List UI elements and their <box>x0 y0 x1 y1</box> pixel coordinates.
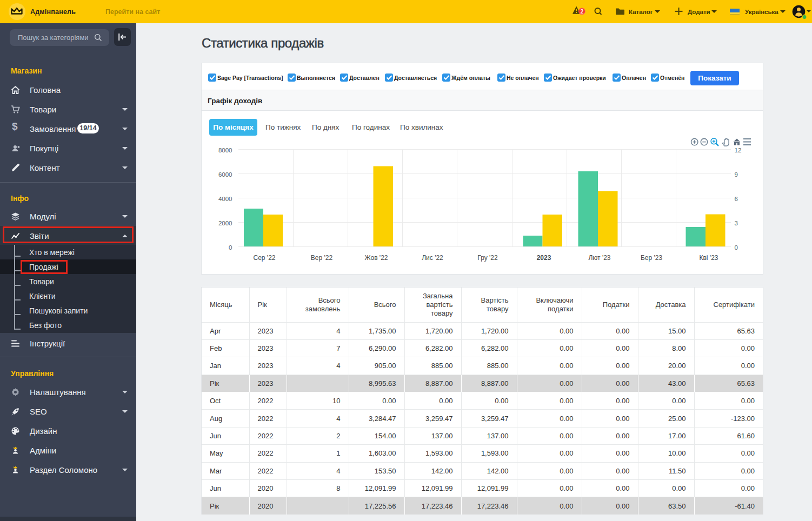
svg-text:9: 9 <box>735 171 738 178</box>
svg-text:Гру '22: Гру '22 <box>477 254 498 262</box>
svg-text:Вер '22: Вер '22 <box>311 254 333 262</box>
svg-text:Жов '22: Жов '22 <box>365 254 388 262</box>
svg-text:0: 0 <box>735 244 738 251</box>
svg-text:0: 0 <box>229 244 232 251</box>
svg-text:Сер '22: Сер '22 <box>254 254 276 262</box>
svg-text:4000: 4000 <box>218 196 232 202</box>
svg-text:12: 12 <box>735 147 742 153</box>
svg-text:2023: 2023 <box>537 254 551 262</box>
svg-text:2: 2 <box>580 8 583 15</box>
svg-text:3: 3 <box>735 220 738 226</box>
svg-text:Бер '23: Бер '23 <box>641 254 663 262</box>
svg-text:Лис '22: Лис '22 <box>422 254 443 262</box>
svg-text:6000: 6000 <box>218 171 232 178</box>
svg-text:6: 6 <box>735 196 738 202</box>
svg-text:8000: 8000 <box>218 147 232 153</box>
svg-text:Кві '23: Кві '23 <box>699 254 718 262</box>
svg-text:2000: 2000 <box>218 220 232 226</box>
svg-text:Лют '23: Лют '23 <box>588 254 610 262</box>
